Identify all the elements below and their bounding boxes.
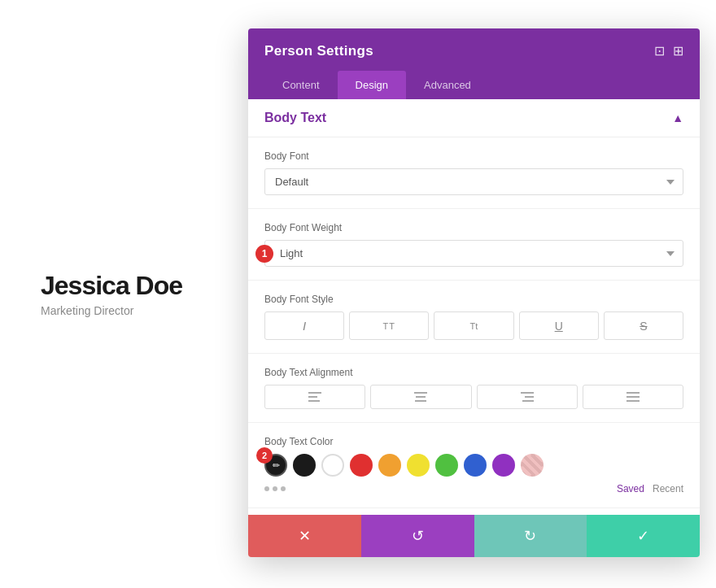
section-title: Body Text (264, 111, 326, 125)
svg-rect-5 (415, 400, 426, 402)
svg-rect-6 (521, 392, 534, 394)
body-font-style-label: Body Font Style (264, 294, 683, 305)
svg-rect-1 (308, 396, 317, 398)
panel-footer: ✕ ↺ ↻ ✓ (248, 515, 700, 557)
svg-rect-7 (525, 396, 534, 398)
align-left-btn[interactable] (264, 385, 365, 409)
person-title: Marketing Director (41, 304, 182, 317)
tab-content[interactable]: Content (264, 71, 338, 99)
body-font-select[interactable]: Default Open Sans Lato Roboto (264, 168, 683, 195)
settings-panel: Person Settings ⊡ ⊞ Content Design Advan… (248, 28, 700, 557)
align-justify-btn[interactable] (583, 385, 683, 409)
color-yellow[interactable] (407, 454, 430, 477)
tab-design[interactable]: Design (338, 71, 406, 99)
color-white[interactable] (321, 454, 344, 477)
font-weight-input-wrap: 1 Light Normal Bold (264, 240, 683, 267)
color-dots (264, 486, 286, 491)
svg-rect-10 (626, 396, 640, 398)
color-links: Saved Recent (617, 483, 683, 494)
color-orange[interactable] (378, 454, 401, 477)
color-picker-wrap: 2 ✏ (264, 454, 287, 477)
undo-button[interactable]: ↺ (361, 515, 474, 557)
color-bottom-row: Saved Recent (264, 483, 683, 494)
panel-header: Person Settings ⊡ ⊞ Content Design Advan… (248, 28, 700, 99)
section-header: Body Text ▲ (248, 99, 700, 137)
svg-rect-3 (414, 392, 427, 394)
body-font-weight-select[interactable]: Light Normal Bold (264, 240, 683, 267)
panel-tabs: Content Design Advanced (264, 71, 683, 99)
cancel-button[interactable]: ✕ (248, 515, 361, 557)
recent-link[interactable]: Recent (653, 483, 683, 494)
dot-2 (273, 486, 277, 491)
italic-btn[interactable]: I (264, 311, 344, 340)
body-text-size-group: Body Text Size 3 (248, 508, 700, 515)
body-text-color-label: Body Text Color (264, 436, 683, 447)
underline-btn[interactable]: U (519, 311, 599, 340)
align-right-btn[interactable] (477, 385, 578, 409)
svg-rect-8 (522, 400, 534, 402)
color-black[interactable] (293, 454, 316, 477)
pencil-icon: ✏ (273, 460, 280, 471)
body-text-alignment-label: Body Text Alignment (264, 367, 683, 378)
color-red[interactable] (350, 454, 373, 477)
panel-title-row: Person Settings ⊡ ⊞ (264, 43, 683, 59)
svg-rect-0 (308, 392, 321, 394)
body-font-style-group: Body Font Style I TT Tt U S (248, 281, 700, 354)
dot-3 (281, 486, 286, 491)
dot-1 (264, 486, 269, 491)
style-buttons: I TT Tt U S (264, 311, 683, 340)
redo-button[interactable]: ↻ (474, 515, 587, 557)
person-name: Jessica Doe (41, 271, 182, 301)
tab-advanced[interactable]: Advanced (406, 71, 489, 99)
columns-icon[interactable]: ⊞ (673, 45, 683, 58)
color-swatches-row: 2 ✏ (264, 454, 683, 477)
svg-rect-9 (626, 392, 640, 394)
save-button[interactable]: ✓ (587, 515, 700, 557)
body-text-alignment-group: Body Text Alignment (248, 354, 700, 423)
fit-icon[interactable]: ⊡ (654, 45, 665, 58)
saved-link[interactable]: Saved (617, 483, 644, 494)
svg-rect-2 (308, 400, 320, 402)
person-info: Jessica Doe Marketing Director (41, 271, 182, 317)
align-buttons (264, 385, 683, 409)
body-font-group: Body Font Default Open Sans Lato Roboto (248, 137, 700, 209)
strikethrough-btn[interactable]: S (604, 311, 683, 340)
body-text-color-group: Body Text Color 2 ✏ (248, 423, 700, 508)
align-center-btn[interactable] (370, 385, 471, 409)
uppercase-btn[interactable]: TT (349, 311, 429, 340)
color-blue[interactable] (464, 454, 487, 477)
panel-icons: ⊡ ⊞ (654, 45, 683, 58)
color-purple[interactable] (492, 454, 515, 477)
body-font-weight-group: Body Font Weight 1 Light Normal Bold (248, 209, 700, 281)
svg-rect-11 (626, 400, 640, 402)
svg-rect-4 (416, 396, 426, 398)
color-green[interactable] (435, 454, 458, 477)
body-font-weight-label: Body Font Weight (264, 222, 683, 233)
panel-body: Body Text ▲ Body Font Default Open Sans … (248, 99, 700, 515)
color-badge: 2 (256, 447, 273, 464)
capitalize-btn[interactable]: Tt (434, 311, 513, 340)
section-collapse-icon[interactable]: ▲ (672, 111, 683, 124)
panel-title: Person Settings (264, 43, 373, 59)
color-striped[interactable] (521, 454, 544, 477)
font-weight-badge: 1 (255, 245, 273, 263)
body-font-label: Body Font (264, 150, 683, 162)
